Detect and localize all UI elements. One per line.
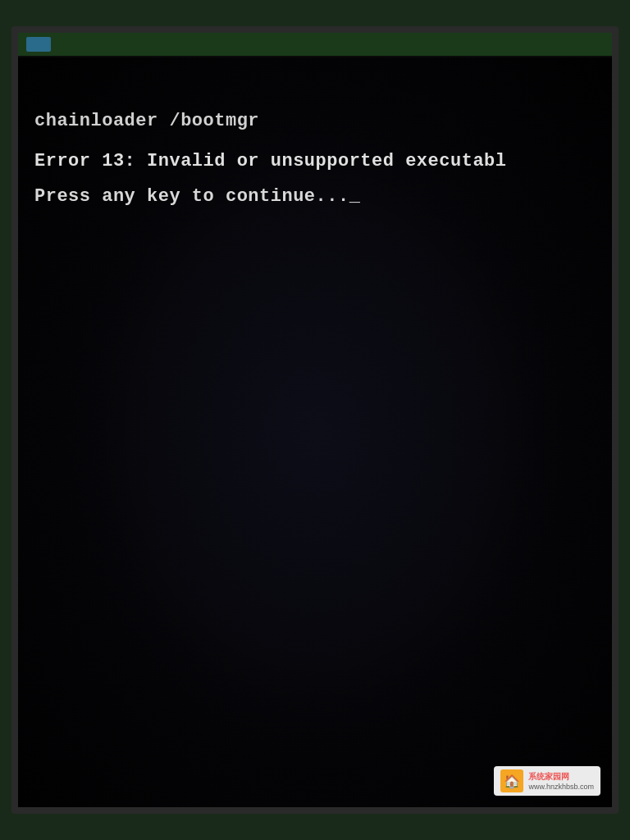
watermark: 🏠 系统家园网 www.hnzkhbsb.com — [494, 766, 600, 796]
command-line: chainloader /bootmgr — [34, 107, 596, 135]
screen: chainloader /bootmgr Error 13: Invalid o… — [18, 57, 612, 807]
watermark-site-url: www.hnzkhbsb.com — [528, 783, 594, 791]
error-line: Error 13: Invalid or unsupported executa… — [34, 147, 596, 176]
top-bar-accent — [26, 37, 51, 52]
top-bar — [18, 33, 612, 57]
watermark-site-name: 系统家园网 — [528, 771, 569, 783]
watermark-icon: 🏠 — [500, 769, 523, 792]
terminal-content: chainloader /bootmgr Error 13: Invalid o… — [34, 107, 596, 212]
watermark-text: 系统家园网 www.hnzkhbsb.com — [528, 771, 594, 791]
monitor-frame: chainloader /bootmgr Error 13: Invalid o… — [11, 26, 619, 814]
prompt-line: Press any key to continue..._ — [34, 182, 596, 211]
